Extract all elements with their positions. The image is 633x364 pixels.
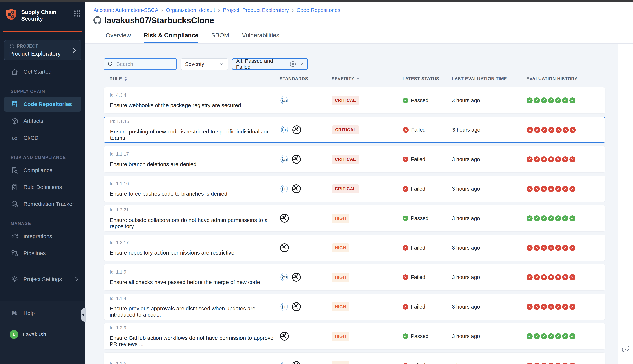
column-rule[interactable]: RULE: [110, 76, 280, 81]
tab-risk-compliance[interactable]: Risk & Compliance: [144, 27, 198, 44]
sidebar-item-label: Code Repositories: [24, 101, 72, 107]
status-icon: [402, 304, 408, 310]
table-row[interactable]: Id: 1.1.15 Ensure pushing of new code is…: [104, 117, 605, 143]
sidebar-item-cicd[interactable]: ∞ CI/CD: [4, 130, 81, 145]
breadcrumb-account[interactable]: Account: Automation-SSCA: [94, 7, 158, 13]
history-fail-icon: [555, 363, 561, 364]
sidebar-item-get-started[interactable]: Get Started: [4, 64, 81, 79]
column-severity[interactable]: SEVERITY: [332, 76, 402, 81]
history-fail-icon: [562, 274, 568, 280]
severity-cell: CRITICAL: [332, 126, 403, 134]
table-row[interactable]: Id: 1.1.16 Ensure force pushes code to b…: [104, 176, 605, 202]
evaluation-history: [526, 245, 605, 251]
sidebar-item-help[interactable]: ? Help: [4, 306, 81, 320]
history-fail-icon: [541, 156, 547, 162]
status-filter-dropdown[interactable]: All: Passed and Failed: [232, 58, 308, 70]
history-fail-icon: [555, 304, 561, 310]
history-fail-icon: [526, 186, 533, 192]
table-row[interactable]: Id: 1.1.4 Ensure previous approvals are …: [104, 294, 605, 320]
status-text: Failed: [411, 363, 425, 364]
breadcrumb-separator: ›: [161, 7, 163, 13]
breadcrumb-organization[interactable]: Organization: default: [166, 7, 215, 13]
sidebar-item-pipelines[interactable]: Pipelines: [4, 246, 81, 260]
table-row[interactable]: Id: 1.1.9 Ensure all checks have passed …: [104, 264, 605, 290]
status-icon: [402, 363, 408, 364]
status-cell: Failed: [402, 304, 452, 310]
package-icon: [9, 44, 15, 49]
status-icon: [402, 334, 408, 339]
table-row[interactable]: Id: 1.2.21 Ensure outside collaborators …: [104, 205, 605, 232]
history-fail-icon: [563, 127, 569, 133]
search-input[interactable]: [116, 61, 173, 67]
history-fail-icon: [570, 186, 576, 192]
tab-sbom[interactable]: SBOM: [211, 27, 229, 44]
tab-overview[interactable]: Overview: [106, 27, 131, 44]
breadcrumb: Account: Automation-SSCA › Organization:…: [94, 7, 340, 13]
sidebar-collapse-handle[interactable]: [81, 308, 86, 322]
table-row[interactable]: Id: 1.2.9 Ensure GitHub action workflows…: [104, 323, 605, 349]
status-text: Failed: [411, 245, 425, 251]
sidebar-item-remediation-tracker[interactable]: Remediation Tracker: [4, 197, 81, 211]
history-pass-icon: [562, 215, 568, 221]
history-fail-icon: [526, 245, 533, 251]
standards-cell: CIS: [280, 361, 332, 364]
app-grid-icon[interactable]: [74, 10, 81, 17]
status-cell: Passed: [402, 215, 452, 221]
user-menu[interactable]: L Lavakush: [4, 328, 81, 341]
pipelines-icon: [10, 249, 19, 257]
cis-standard-icon: CIS: [280, 154, 289, 164]
status-cell: Passed: [402, 98, 452, 104]
sidebar-item-integrations[interactable]: Integrations: [4, 229, 81, 244]
history-fail-icon: [541, 304, 547, 310]
sidebar-item-artifacts[interactable]: Artifacts: [4, 114, 81, 128]
history-fail-icon: [541, 245, 547, 251]
breadcrumb-code-repositories[interactable]: Code Repositories: [296, 7, 340, 13]
severity-filter-dropdown[interactable]: Severity: [180, 58, 228, 70]
severity-badge: HIGH: [332, 243, 349, 252]
avatar: L: [10, 330, 18, 339]
severity-badge: HIGH: [332, 302, 349, 311]
breadcrumb-project[interactable]: Project: Product Exploratory: [223, 7, 289, 13]
owasp-standard-icon: [292, 184, 301, 194]
status-icon: [402, 98, 408, 103]
history-fail-icon: [541, 363, 547, 364]
brand-divider: [3, 31, 82, 32]
home-icon: [10, 68, 19, 76]
history-pass-icon: [548, 98, 554, 104]
table-row[interactable]: Id: 4.3.4 Ensure webhooks of the package…: [104, 87, 605, 114]
evaluation-time: 3 hours ago: [452, 98, 526, 104]
evaluation-time: 3 hours ago: [452, 245, 526, 251]
history-fail-icon: [548, 363, 554, 364]
sidebar-item-rule-definitions[interactable]: Rule Definitions: [4, 180, 81, 194]
sidebar-item-project-settings[interactable]: Project Settings: [4, 272, 81, 286]
svg-text:CIS: CIS: [282, 158, 287, 161]
evaluation-history: [526, 186, 605, 192]
tab-vulnerabilities[interactable]: Vulnerabilities: [242, 27, 279, 44]
rule-id: Id: 1.2.9: [110, 325, 280, 330]
clear-filter-icon[interactable]: [290, 61, 296, 68]
table-row[interactable]: Id: 1.1.5 CIS: [104, 352, 605, 364]
svg-text:CIS: CIS: [282, 128, 288, 132]
standards-cell: CIS: [280, 125, 332, 134]
cis-standard-icon: CIS: [280, 125, 290, 134]
project-selector[interactable]: PROJECT Product Exploratory: [4, 40, 81, 60]
filter-bar: Severity All: Passed and Failed: [104, 58, 605, 70]
sidebar-item-label: Rule Definitions: [24, 184, 62, 190]
svg-text:CIS: CIS: [282, 99, 287, 102]
sidebar-item-compliance[interactable]: Compliance: [4, 163, 81, 178]
rule-cell: Id: 1.1.15 Ensure pushing of new code is…: [110, 119, 280, 141]
sidebar-item-code-repositories[interactable]: </> Code Repositories: [4, 97, 81, 112]
risk-compliance-panel: Severity All: Passed and Failed RULE STA: [85, 44, 618, 364]
feedback-chat-icon[interactable]: [621, 344, 630, 354]
severity-badge: HIGH: [332, 214, 349, 223]
table-row[interactable]: Id: 1.2.17 Ensure repository action perm…: [104, 234, 605, 261]
sidebar-item-label: Compliance: [24, 167, 52, 174]
history-pass-icon: [526, 98, 533, 104]
history-pass-icon: [570, 98, 576, 104]
rule-id: Id: 1.1.4: [110, 296, 280, 301]
user-name: Lavakush: [23, 331, 46, 338]
table-row[interactable]: Id: 1.1.17 Ensure branch deletions are d…: [104, 146, 605, 172]
history-fail-icon: [534, 304, 540, 310]
severity-badge: HIGH: [332, 273, 349, 282]
sort-icon[interactable]: [124, 76, 127, 81]
